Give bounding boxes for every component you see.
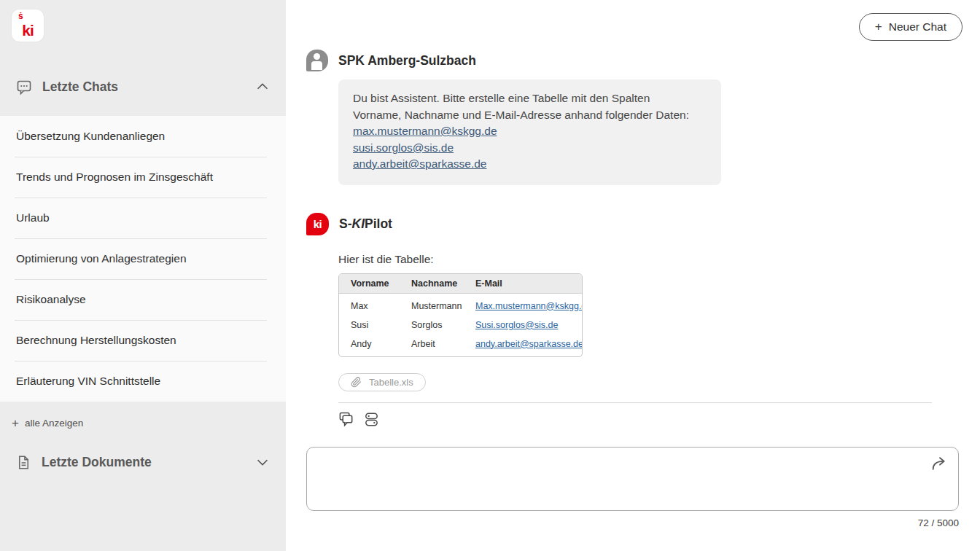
chat-bubble-icon bbox=[15, 78, 33, 95]
table-row: Max Mustermann Max.mustermann@kskgg.de bbox=[339, 294, 582, 316]
attachment-chip[interactable]: Tabelle.xls bbox=[338, 373, 426, 391]
chat-main: + Neuer Chat SPK Amberg-Sulzbach Du bist… bbox=[286, 0, 980, 551]
plus-icon: + bbox=[875, 20, 882, 34]
assistant-author-name: S-KIPilot bbox=[339, 216, 392, 232]
chevron-up-icon bbox=[254, 79, 271, 95]
answer-actions bbox=[338, 411, 959, 428]
show-all-label: alle Anzeigen bbox=[25, 418, 83, 429]
send-button[interactable] bbox=[930, 454, 949, 474]
ki-logo-text: ki bbox=[12, 22, 44, 39]
section-label-chats: Letzte Chats bbox=[42, 79, 118, 95]
user-message-header: SPK Amberg-Sulzbach bbox=[306, 50, 959, 71]
assistant-name-ki: KI bbox=[352, 216, 365, 231]
plus-icon: + bbox=[12, 418, 19, 429]
chevron-down-icon bbox=[254, 454, 271, 470]
result-table: Vorname Nachname E-Mail Max Mustermann M… bbox=[338, 273, 583, 357]
table-row: Andy Arbeit andy.arbeit@sparkasse.de bbox=[339, 335, 582, 356]
recent-chat-list: Übersetzung Kundenanliegen Trends und Pr… bbox=[0, 116, 286, 402]
feedback-comment-button[interactable] bbox=[338, 411, 355, 428]
show-all-chats-button[interactable]: + alle Anzeigen bbox=[12, 418, 286, 429]
sidebar: ṡ ki Letzte Chats Übersetzung Kundenanli… bbox=[0, 0, 286, 551]
message-input-box bbox=[306, 447, 959, 511]
table-row: Susi Sorglos Susi.sorglos@sis.de bbox=[339, 316, 582, 335]
assistant-name-prefix: S- bbox=[339, 216, 352, 231]
new-chat-label: Neuer Chat bbox=[889, 20, 946, 34]
sidebar-section-letzte-dokumente[interactable]: Letzte Dokumente bbox=[0, 450, 286, 474]
assistant-name-suffix: Pilot bbox=[365, 216, 392, 231]
cell-nachname: Arbeit bbox=[400, 335, 464, 356]
attachment-filename: Tabelle.xls bbox=[369, 377, 413, 388]
chat-item-berechnung[interactable]: Berechnung Herstellungskosten bbox=[0, 320, 286, 361]
chat-item-urlaub[interactable]: Urlaub bbox=[0, 198, 286, 238]
cell-vorname: Susi bbox=[339, 316, 400, 335]
chat-item-erlaeuterung[interactable]: Erläuterung VIN Schnittstelle bbox=[0, 361, 286, 402]
paperclip-icon bbox=[351, 377, 362, 388]
user-message-text-line2: Vorname, Nachname und E-Mail-Adresse anh… bbox=[353, 107, 707, 124]
section-label-docs: Letzte Dokumente bbox=[42, 455, 152, 470]
chat-item-trends[interactable]: Trends und Prognosen im Zinsgeschäft bbox=[0, 157, 286, 198]
cell-vorname: Max bbox=[339, 294, 400, 316]
rate-response-button[interactable] bbox=[363, 411, 380, 428]
app-logo[interactable]: ṡ ki bbox=[12, 9, 44, 42]
cell-email-link[interactable]: Max.mustermann@kskgg.de bbox=[475, 301, 583, 311]
user-message-link-3[interactable]: andy.arbeit@sparkasse.de bbox=[353, 156, 707, 173]
user-message-text-line1: Du bist Assistent. Bitte erstelle eine T… bbox=[353, 90, 707, 107]
char-counter: 72 / 5000 bbox=[306, 517, 959, 528]
cell-email-link[interactable]: Susi.sorglos@sis.de bbox=[475, 320, 558, 330]
cell-email-link[interactable]: andy.arbeit@sparkasse.de bbox=[475, 339, 583, 349]
answer-divider bbox=[338, 402, 932, 403]
sidebar-section-letzte-chats[interactable]: Letzte Chats bbox=[0, 75, 286, 98]
cell-nachname: Sorglos bbox=[400, 316, 464, 335]
document-icon bbox=[15, 454, 32, 471]
user-message-link-2[interactable]: susi.sorglos@sis.de bbox=[353, 140, 707, 157]
message-input[interactable] bbox=[307, 448, 958, 510]
cell-nachname: Mustermann bbox=[400, 294, 464, 316]
assistant-message-header: ki S-KIPilot bbox=[306, 213, 959, 235]
user-message-bubble: Du bist Assistent. Bitte erstelle eine T… bbox=[338, 79, 721, 185]
user-avatar-icon bbox=[306, 50, 328, 71]
chat-item-uebersetzung[interactable]: Übersetzung Kundenanliegen bbox=[0, 116, 286, 157]
col-header-vorname: Vorname bbox=[339, 274, 400, 294]
table-header-row: Vorname Nachname E-Mail bbox=[339, 274, 582, 294]
col-header-email: E-Mail bbox=[464, 274, 582, 294]
new-chat-button[interactable]: + Neuer Chat bbox=[859, 13, 962, 41]
col-header-nachname: Nachname bbox=[400, 274, 464, 294]
user-message-link-1[interactable]: max.mustermann@kskgg.de bbox=[353, 123, 707, 140]
assistant-intro-text: Hier ist die Tabelle: bbox=[338, 253, 959, 266]
cell-vorname: Andy bbox=[339, 335, 400, 356]
chat-item-risikoanalyse[interactable]: Risikoanalyse bbox=[0, 279, 286, 320]
skipilot-avatar-icon: ki bbox=[306, 213, 329, 235]
chat-item-optimierung[interactable]: Optimierung von Anlagestrategien bbox=[0, 238, 286, 279]
user-author-name: SPK Amberg-Sulzbach bbox=[338, 53, 476, 69]
sparkasse-s-icon: ṡ bbox=[18, 12, 23, 20]
composer: 72 / 5000 bbox=[306, 447, 959, 528]
